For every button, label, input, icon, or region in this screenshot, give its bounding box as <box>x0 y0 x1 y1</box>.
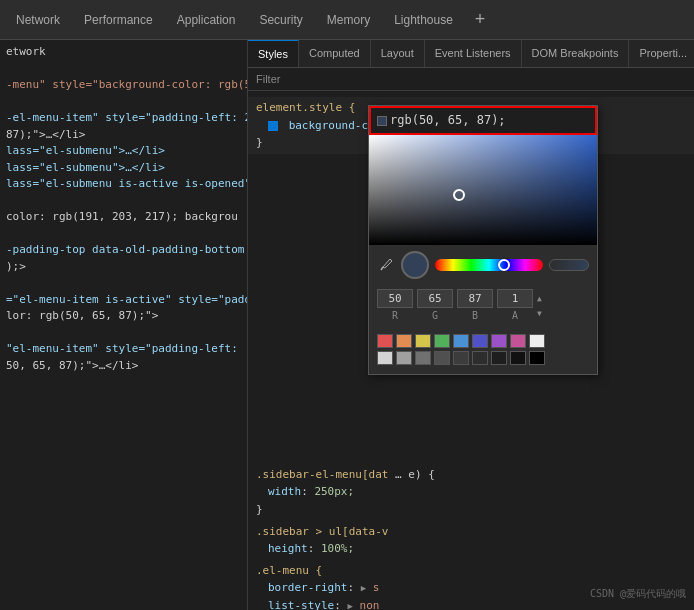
width-property: width: 250px; <box>256 483 686 501</box>
filter-bar: Filter <box>248 68 694 91</box>
b-input[interactable] <box>457 289 493 308</box>
tab-layout[interactable]: Layout <box>371 40 425 67</box>
gradient-cursor <box>453 189 465 201</box>
swatches-row-2 <box>377 351 589 365</box>
nav-item-memory[interactable]: Memory <box>315 0 382 40</box>
code-line: 50, 65, 87);">…</li> <box>0 358 247 375</box>
main-content: etwork -menu" style="background-color: r… <box>0 40 694 610</box>
el-menu-selector: .el-menu { <box>256 562 686 580</box>
property-checkbox[interactable] <box>268 121 278 131</box>
swatch[interactable] <box>396 334 412 348</box>
swatch[interactable] <box>510 334 526 348</box>
swatch[interactable] <box>491 351 507 365</box>
top-nav: Network Performance Application Security… <box>0 0 694 40</box>
code-line: "el-menu-item" style="padding-left: <box>0 341 247 358</box>
swatch[interactable] <box>415 334 431 348</box>
code-line: etwork <box>0 44 247 61</box>
r-input[interactable] <box>377 289 413 308</box>
color-swatch-small[interactable] <box>377 116 387 126</box>
color-swatches <box>369 330 597 374</box>
code-line <box>0 325 247 342</box>
color-gradient-canvas[interactable] <box>369 135 597 245</box>
swatch[interactable] <box>434 351 450 365</box>
swatch[interactable] <box>415 351 431 365</box>
sidebar-ul-selector: .sidebar > ul[data-v <box>256 523 686 541</box>
g-input-group: G <box>417 289 453 324</box>
code-line <box>0 61 247 78</box>
rgb-text: rgb(50, 65, 87); <box>390 111 506 130</box>
swatch[interactable] <box>529 334 545 348</box>
code-line: lor: rgb(50, 65, 87);"> <box>0 308 247 325</box>
a-input[interactable] <box>497 289 533 308</box>
value-spinner[interactable]: ▲ ▼ <box>537 293 542 321</box>
code-line: lass="el-submenu">…</li> <box>0 143 247 160</box>
swatch[interactable] <box>472 351 488 365</box>
right-panel: Styles Computed Layout Event Listeners D… <box>248 40 694 610</box>
swatch[interactable] <box>453 351 469 365</box>
code-line: color: rgb(191, 203, 217); backgrou <box>0 209 247 226</box>
color-picker-popup: rgb(50, 65, 87); <box>368 105 598 375</box>
height-property: height: 100%; <box>256 540 686 558</box>
swatches-row-1 <box>377 334 589 348</box>
tab-dom-breakpoints[interactable]: DOM Breakpoints <box>522 40 630 67</box>
swatch[interactable] <box>396 351 412 365</box>
current-color-circle <box>401 251 429 279</box>
tab-styles[interactable]: Styles <box>248 40 299 67</box>
swatch[interactable] <box>529 351 545 365</box>
hue-slider[interactable] <box>435 259 543 271</box>
html-code-panel: etwork -menu" style="background-color: r… <box>0 40 248 610</box>
swatch[interactable] <box>472 334 488 348</box>
b-input-group: B <box>457 289 493 324</box>
code-line: 87);">…</li> <box>0 127 247 144</box>
code-line: );> <box>0 259 247 276</box>
r-input-group: R <box>377 289 413 324</box>
hue-slider-thumb <box>498 259 510 271</box>
code-line: -padding-top data-old-padding-bottom <box>0 242 247 259</box>
alpha-slider[interactable] <box>549 259 589 271</box>
code-line <box>0 275 247 292</box>
code-line: lass="el-submenu is-active is-opened" <box>0 176 247 193</box>
css-content: element.style { background-color: } rgb(… <box>248 91 694 610</box>
swatch[interactable] <box>434 334 450 348</box>
nav-item-lighthouse[interactable]: Lighthouse <box>382 0 465 40</box>
sidebar-ul-section: .sidebar > ul[data-v height: 100%; <box>248 521 694 560</box>
nav-item-performance[interactable]: Performance <box>72 0 165 40</box>
swatch[interactable] <box>377 351 393 365</box>
tab-computed[interactable]: Computed <box>299 40 371 67</box>
code-line <box>0 226 247 243</box>
swatch[interactable] <box>453 334 469 348</box>
color-controls-row <box>369 245 597 285</box>
g-input[interactable] <box>417 289 453 308</box>
code-line: ="el-menu-item is-active" style="padd <box>0 292 247 309</box>
nav-item-security[interactable]: Security <box>247 0 314 40</box>
swatch[interactable] <box>377 334 393 348</box>
code-line: -menu" style="background-color: rgb(5 <box>0 77 247 94</box>
close-brace: } <box>256 501 686 519</box>
sidebar-menu-section: .sidebar-el-menu[dat … e) { width: 250px… <box>248 464 694 521</box>
eyedropper-button[interactable] <box>377 256 395 274</box>
add-tab-button[interactable]: + <box>465 0 496 40</box>
code-line: -el-menu-item" style="padding-left: 20p <box>0 110 247 127</box>
nav-item-application[interactable]: Application <box>165 0 248 40</box>
el-menu-section: .el-menu { border-right: ▶ s list-style:… <box>248 560 694 610</box>
code-line: lass="el-submenu">…</li> <box>0 160 247 177</box>
rgba-inputs-row: R G B A ▲ ▼ <box>369 285 597 330</box>
a-input-group: A <box>497 289 533 324</box>
filter-label: Filter <box>256 73 280 85</box>
sidebar-menu-selector: .sidebar-el-menu[dat … e) { <box>256 466 686 484</box>
swatch[interactable] <box>510 351 526 365</box>
watermark: CSDN @爱码代码的哦 <box>590 586 686 602</box>
code-line <box>0 193 247 210</box>
color-value-display: rgb(50, 65, 87); <box>369 106 597 135</box>
code-line <box>0 94 247 111</box>
sub-tabs: Styles Computed Layout Event Listeners D… <box>248 40 694 68</box>
tab-event-listeners[interactable]: Event Listeners <box>425 40 522 67</box>
tab-properties[interactable]: Properti... <box>629 40 694 67</box>
nav-item-network[interactable]: Network <box>4 0 72 40</box>
swatch[interactable] <box>491 334 507 348</box>
